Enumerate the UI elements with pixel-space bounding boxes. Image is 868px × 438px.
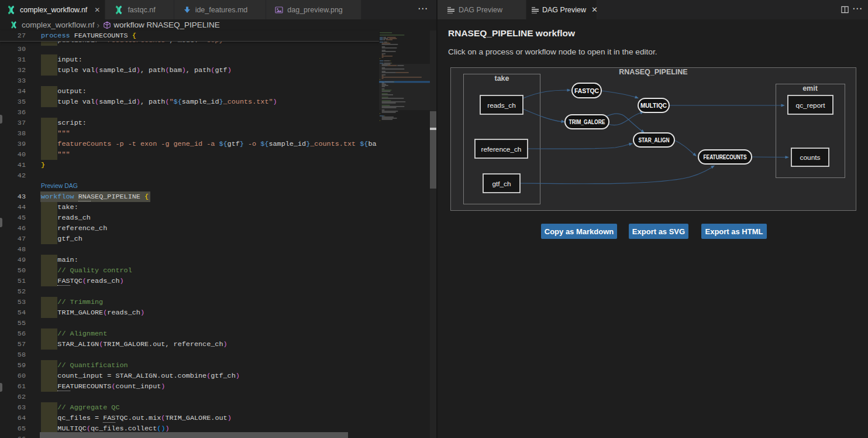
svg-text:gtf_ch: gtf_ch: [492, 180, 511, 188]
svg-text:FEATURECOUNTS: FEATURECOUNTS: [704, 153, 747, 160]
svg-text:counts: counts: [800, 153, 821, 162]
svg-text:RNASEQ_PIPELINE: RNASEQ_PIPELINE: [619, 68, 687, 76]
svg-text:TRIM_GALORE: TRIM_GALORE: [569, 118, 605, 125]
svg-text:reference_ch: reference_ch: [481, 145, 522, 153]
svg-text:reads_ch: reads_ch: [487, 101, 516, 110]
svg-text:emit: emit: [802, 84, 818, 93]
svg-text:qc_report: qc_report: [796, 101, 826, 110]
svg-text:MULTIQC: MULTIQC: [640, 102, 667, 109]
svg-text:STAR_ALIGN: STAR_ALIGN: [639, 136, 670, 143]
svg-text:FASTQC: FASTQC: [574, 87, 599, 94]
svg-text:take: take: [494, 74, 509, 83]
